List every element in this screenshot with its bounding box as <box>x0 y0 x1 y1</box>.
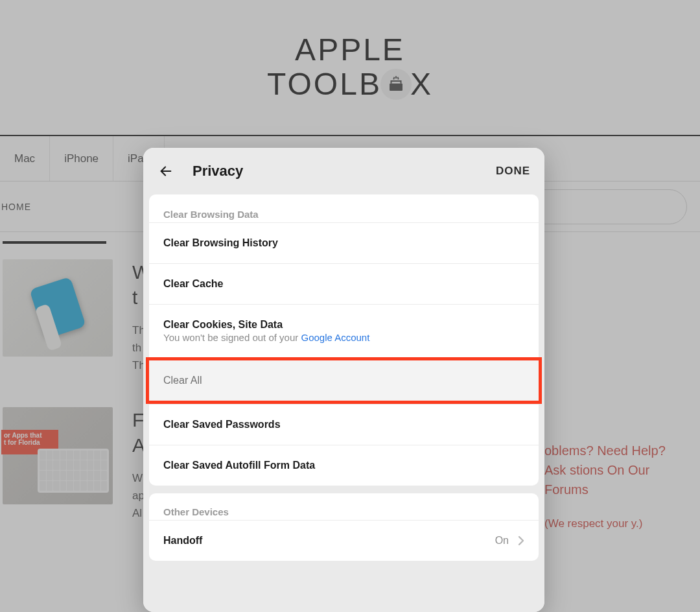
other-devices-section-label: Other Devices <box>149 493 539 520</box>
row-label: Clear Saved Passwords <box>163 419 281 430</box>
privacy-modal: Privacy DONE Clear Browsing Data Clear B… <box>143 148 544 612</box>
google-account-link[interactable]: Google Account <box>301 332 369 343</box>
done-button[interactable]: DONE <box>496 165 530 178</box>
clear-history-row[interactable]: Clear Browsing History <box>149 222 539 263</box>
modal-header: Privacy DONE <box>143 148 544 194</box>
row-label: Handoff <box>163 535 202 547</box>
row-label: Clear All <box>163 375 202 386</box>
clear-cookies-row[interactable]: Clear Cookies, Site Data You won't be si… <box>149 304 539 357</box>
other-devices-card: Other Devices Handoff On <box>149 493 539 561</box>
clear-data-section-label: Clear Browsing Data <box>149 194 539 222</box>
clear-passwords-row[interactable]: Clear Saved Passwords <box>149 404 539 445</box>
clear-data-card: Clear Browsing Data Clear Browsing Histo… <box>149 194 539 486</box>
row-sublabel: You won't be signed out of your Google A… <box>163 332 524 343</box>
back-button[interactable] <box>158 163 174 180</box>
row-label: Clear Cookies, Site Data <box>163 319 283 330</box>
modal-title: Privacy <box>192 163 243 180</box>
arrow-left-icon <box>159 164 173 178</box>
clear-all-row[interactable]: Clear All <box>149 360 539 401</box>
clear-autofill-row[interactable]: Clear Saved Autofill Form Data <box>149 445 539 486</box>
row-label: Clear Cache <box>163 278 224 290</box>
handoff-value: On <box>495 535 509 547</box>
row-label: Clear Saved Autofill Form Data <box>163 460 315 471</box>
handoff-row[interactable]: Handoff On <box>149 520 539 561</box>
clear-all-highlight: Clear All <box>146 357 542 404</box>
clear-cache-row[interactable]: Clear Cache <box>149 263 539 304</box>
row-label: Clear Browsing History <box>163 237 278 249</box>
chevron-right-icon <box>518 536 524 546</box>
